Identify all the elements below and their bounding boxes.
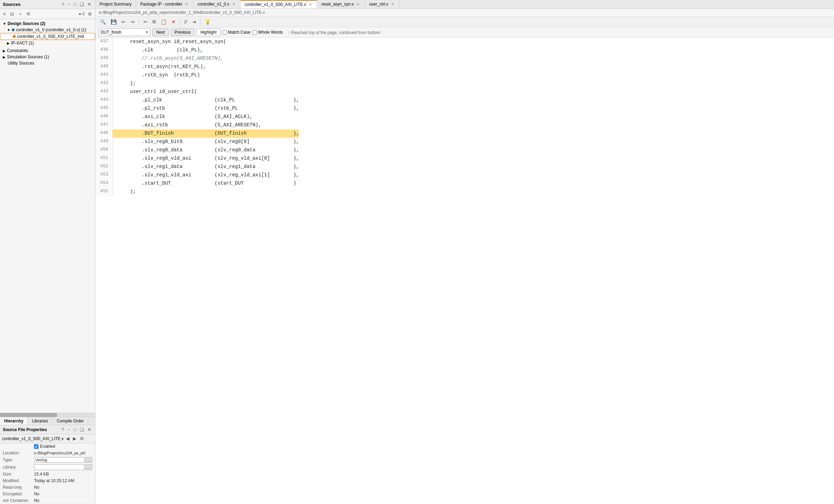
dot-icon: [12, 28, 15, 31]
delete-toolbar-icon[interactable]: ✕: [170, 18, 177, 25]
code-editor[interactable]: 437 reset_asyn_syn i0_reset_asyn_syn(438…: [95, 38, 834, 504]
props-settings-icon[interactable]: ⚙: [79, 436, 85, 442]
tree-label-ip-xact: IP-XACT (1): [11, 41, 34, 45]
expand-arrow-icon2: ▶: [7, 41, 10, 45]
restore-icon[interactable]: □: [73, 1, 77, 7]
tab-project-summary[interactable]: Project Summary: [95, 0, 136, 8]
props-minimize-icon[interactable]: −: [67, 427, 71, 432]
redo-toolbar-icon[interactable]: ↪: [129, 18, 136, 25]
comment-toolbar-icon[interactable]: //: [183, 18, 189, 25]
tab-s00-axi-lite[interactable]: controller_v1_0_S00_AXI_LITE.v ✕: [241, 0, 317, 8]
line-code: );: [113, 188, 136, 196]
help-icon[interactable]: ?: [60, 1, 65, 7]
table-row: 440 .rst_asyn(rst_KEY_PL),: [95, 63, 834, 71]
props-enabled-checkbox[interactable]: [34, 444, 39, 449]
line-code: .axi_clk (S_AXI_ACLK),: [113, 113, 252, 121]
props-type-input[interactable]: [34, 457, 84, 463]
next-button[interactable]: Next: [152, 28, 169, 36]
tree-label-controller-v1-0: controller_v1_0 (controller_v1_0.v) (1): [16, 27, 86, 32]
cut-toolbar-icon[interactable]: ✂: [142, 18, 149, 25]
props-library-browse-button[interactable]: ...: [85, 464, 92, 470]
tab-label-controller-v1-0: controller_v1_0.v: [197, 2, 229, 7]
tab-close-reset-asyn-syn[interactable]: ✕: [356, 2, 360, 7]
sources-header-icons: ? − □ ❏ ✕: [60, 1, 92, 7]
settings-icon[interactable]: ⚙: [87, 11, 93, 17]
tab-user-ctrl[interactable]: user_ctrl.v ✕: [365, 0, 399, 8]
previous-button[interactable]: Previous: [171, 28, 195, 36]
tab-controller-v1-0[interactable]: controller_v1_0.v ✕: [193, 0, 240, 8]
tab-close-s00-axi-lite[interactable]: ✕: [308, 2, 313, 7]
tree-label-simulation: Simulation Sources (1): [7, 54, 49, 59]
props-restore-icon[interactable]: □: [73, 427, 77, 432]
lightbulb-toolbar-icon[interactable]: 💡: [203, 18, 212, 25]
undo-toolbar-icon[interactable]: ↩: [120, 18, 127, 25]
design-sources-header[interactable]: ▼ Design Sources (2): [0, 20, 95, 27]
search-status-text: Reached top of the page, continued from …: [291, 30, 381, 35]
props-help-icon[interactable]: ?: [60, 427, 65, 432]
search-input[interactable]: [99, 29, 144, 36]
indent-toolbar-icon[interactable]: ⇥: [190, 18, 198, 25]
add-icon[interactable]: ＋: [17, 10, 24, 17]
collapse-all-icon[interactable]: ≡: [2, 11, 7, 17]
line-code: );: [113, 79, 136, 88]
tree-item-controller-v1-0[interactable]: ▼ controller_v1_0 (controller_v1_0.v) (1…: [0, 27, 95, 33]
whole-words-checkbox[interactable]: [252, 30, 257, 35]
tab-libraries[interactable]: Libraries: [28, 417, 52, 425]
table-row: 454 .start_DUT (start_DUT ): [95, 179, 834, 188]
tree-item-ip-xact[interactable]: ▶ IP-XACT (1): [0, 40, 95, 46]
match-case-label: Match Case: [228, 30, 250, 35]
props-forward-icon[interactable]: ▶: [72, 436, 77, 442]
props-library-input[interactable]: [34, 464, 84, 470]
props-header-icons: ? − □ ❏ ✕: [60, 427, 92, 432]
props-label-type: Type:: [3, 457, 34, 462]
minimize-icon[interactable]: −: [67, 1, 71, 7]
tab-close-package-ip[interactable]: ✕: [184, 2, 189, 7]
line-code: .start_DUT (start_DUT ): [113, 179, 296, 188]
sources-header: Sources ? − □ ❏ ✕: [0, 0, 95, 9]
tab-close-user-ctrl[interactable]: ✕: [390, 2, 395, 7]
tab-compile-order[interactable]: Compile Order: [52, 417, 88, 425]
search-toolbar-icon[interactable]: 🔍: [98, 18, 108, 25]
tab-package-ip[interactable]: Package IP - controller ✕: [136, 0, 193, 8]
props-type-browse-button[interactable]: ...: [85, 457, 92, 463]
props-content: Enabled Location: e:/Blog/Project/zcu104…: [0, 443, 95, 504]
line-number: 455: [95, 188, 113, 196]
line-number: 453: [95, 171, 113, 179]
props-row-readonly: Read-only: No: [0, 484, 95, 491]
tree-item-simulation[interactable]: ▶ Simulation Sources (1): [0, 54, 95, 60]
tab-reset-asyn-syn[interactable]: reset_asyn_syn.v ✕: [317, 0, 365, 8]
close-icon[interactable]: ✕: [86, 1, 92, 7]
table-row: 446 .axi_clk (S_AXI_ACLK),: [95, 113, 834, 121]
scroll-thumb[interactable]: [0, 413, 57, 417]
save-toolbar-icon[interactable]: 💾: [109, 18, 118, 25]
sources-toolbar: ≡ ⊟ ＋ ⧉ ● 0 ⚙: [0, 9, 95, 19]
props-close-icon[interactable]: ✕: [86, 427, 92, 432]
tree-item-utility[interactable]: Utility Sources: [0, 60, 95, 66]
tab-close-controller-v1-0[interactable]: ✕: [231, 2, 236, 7]
toolbar-separator-1: [139, 18, 139, 25]
tab-hierarchy[interactable]: Hierarchy: [0, 417, 28, 425]
search-dropdown-icon[interactable]: ▼: [144, 30, 150, 35]
tree-label-s00-axi-lite: controller_v1_0_S00_AXI_LITE_inst: [17, 34, 84, 39]
props-row-size: Size: 15.4 KB: [0, 471, 95, 478]
sources-title: Sources: [3, 2, 20, 7]
table-row: 447 .axi_rstb (S_AXI_ARESETN),: [95, 121, 834, 129]
props-maximize-icon[interactable]: ❏: [79, 427, 85, 432]
props-label-location: Location:: [3, 451, 34, 455]
expand-all-icon[interactable]: ⊟: [9, 11, 15, 17]
horizontal-scrollbar[interactable]: [0, 413, 95, 417]
paste-toolbar-icon[interactable]: 📋: [159, 18, 168, 25]
tree-item-s00-axi-lite[interactable]: controller_v1_0_S00_AXI_LITE_inst: [0, 33, 95, 40]
maximize-icon[interactable]: ❏: [79, 1, 85, 7]
tree-item-constraints[interactable]: ▶ Constraints: [0, 48, 95, 54]
tab-label-user-ctrl: user_ctrl.v: [369, 2, 388, 7]
line-code: //.rstb_asyn(S_AXI_ARESETN),: [113, 54, 223, 63]
line-code: .slv_reg1_vld_axi (slv_reg_vld_axi[1] ),: [113, 171, 299, 179]
highlight-button[interactable]: Highlight: [196, 28, 220, 36]
copy-toolbar-icon[interactable]: ⧉: [151, 18, 158, 25]
refresh-icon[interactable]: ⧉: [26, 11, 31, 17]
match-case-checkbox[interactable]: [222, 30, 227, 35]
line-code: .rstb_syn (rstb_PL): [113, 71, 200, 79]
props-row-container: ore Container: No: [0, 497, 95, 504]
props-back-icon[interactable]: ◀: [65, 436, 70, 442]
